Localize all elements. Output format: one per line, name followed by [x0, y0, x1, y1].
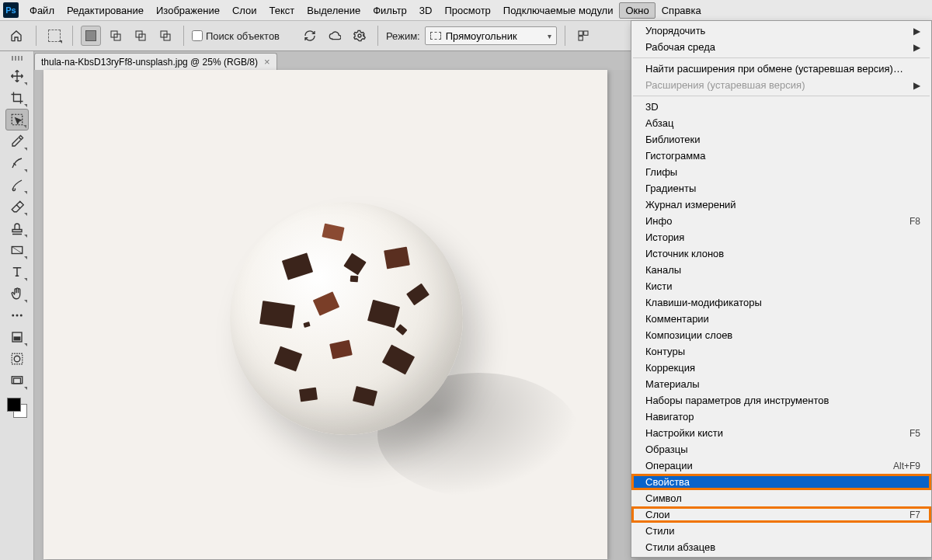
quickmask-tool[interactable]	[5, 348, 29, 370]
mode-value: Прямоугольник	[446, 30, 517, 42]
menu-item-образцы[interactable]: Образцы	[631, 441, 931, 457]
document-tab-title: thula-na-KbsD13ryFf8-unsplash.jpg @ 25% …	[41, 57, 258, 68]
menu-item-стили[interactable]: Стили	[631, 523, 931, 539]
menu-item-слои[interactable]: СлоиF7	[631, 506, 931, 523]
menu-текст[interactable]: Текст	[263, 2, 301, 19]
menu-редактирование[interactable]: Редактирование	[61, 2, 150, 19]
menu-item-label: Контуры	[645, 346, 920, 357]
menu-изображение[interactable]: Изображение	[150, 2, 226, 19]
gear-icon[interactable]	[350, 26, 370, 46]
menu-item-композиции-слоев[interactable]: Композиции слоев	[631, 327, 931, 343]
mode-new-icon[interactable]	[81, 26, 101, 46]
healing-brush-tool[interactable]	[5, 152, 29, 174]
menu-item-источник-клонов[interactable]: Источник клонов	[631, 245, 931, 262]
select-subject-icon[interactable]	[573, 26, 593, 46]
svg-rect-16	[14, 337, 20, 340]
gradient-tool[interactable]	[5, 239, 29, 261]
menu-item-библиотеки[interactable]: Библиотеки	[631, 131, 931, 148]
menu-item-история[interactable]: История	[631, 229, 931, 245]
menu-item-наборы-параметров-для-инструментов[interactable]: Наборы параметров для инструментов	[631, 392, 931, 409]
svg-point-14	[19, 315, 22, 317]
menu-item-label: Операции	[645, 460, 893, 471]
canvas[interactable]	[43, 70, 607, 559]
menu-item-рабочая-среда[interactable]: Рабочая среда▶	[631, 39, 931, 55]
tool-palette	[0, 51, 34, 560]
stamp-tool[interactable]	[5, 217, 29, 239]
more-tools[interactable]	[5, 304, 29, 326]
foreground-color[interactable]	[7, 398, 21, 412]
menu-item-свойства[interactable]: Свойства	[631, 474, 931, 490]
menu-item-контуры[interactable]: Контуры	[631, 343, 931, 360]
mode-add-icon[interactable]	[106, 26, 126, 46]
menu-item-глифы[interactable]: Глифы	[631, 164, 931, 180]
object-search-check[interactable]	[192, 30, 203, 41]
menu-справка[interactable]: Справка	[656, 2, 708, 19]
menu-item-комментарии[interactable]: Комментарии	[631, 311, 931, 327]
menu-item-кисти[interactable]: Кисти	[631, 278, 931, 294]
menu-item-символ[interactable]: Символ	[631, 490, 931, 506]
edit-toolbar[interactable]	[5, 326, 29, 348]
document-tab[interactable]: thula-na-KbsD13ryFf8-unsplash.jpg @ 25% …	[34, 53, 277, 70]
menu-item-label: Журнал измерений	[645, 199, 920, 210]
rectangle-icon	[430, 32, 441, 40]
menu-item-материалы[interactable]: Материалы	[631, 376, 931, 392]
object-search-checkbox[interactable]: Поиск объектов	[192, 30, 280, 42]
menubar: Ps ФайлРедактированиеИзображениеСлоиТекс…	[0, 0, 932, 20]
close-icon[interactable]: ×	[264, 56, 270, 68]
brush-tool[interactable]	[5, 174, 29, 196]
menu-item-label: Рабочая среда	[645, 41, 913, 53]
screenmode-tool[interactable]	[5, 370, 29, 391]
menu-item-настройки-кисти[interactable]: Настройки кистиF5	[631, 425, 931, 441]
menu-item-градиенты[interactable]: Градиенты	[631, 180, 931, 197]
menu-item-shortcut: F8	[909, 216, 920, 227]
menu-item-label: Глифы	[645, 166, 920, 178]
menu-item-label: Комментарии	[645, 313, 920, 325]
menu-item-shortcut: Alt+F9	[893, 461, 920, 471]
menu-файл[interactable]: Файл	[23, 2, 61, 19]
menu-выделение[interactable]: Выделение	[301, 2, 367, 19]
hand-tool[interactable]	[5, 283, 29, 304]
menu-item-найти-расширения-при-обмене-(устаревшая-версия)…[interactable]: Найти расширения при обмене (устаревшая …	[631, 61, 931, 77]
menu-item-абзац[interactable]: Абзац	[631, 115, 931, 131]
menu-item-журнал-измерений[interactable]: Журнал измерений	[631, 197, 931, 213]
svg-point-6	[358, 34, 361, 37]
tool-preset-icon[interactable]	[44, 26, 64, 46]
mode-intersect-icon[interactable]	[155, 26, 176, 46]
mode-subtract-icon[interactable]	[130, 26, 151, 46]
menu-item-label: Наборы параметров для инструментов	[645, 395, 920, 406]
menu-item-гистограмма[interactable]: Гистограмма	[631, 148, 931, 164]
menu-item-label: Абзац	[645, 117, 920, 129]
type-tool[interactable]	[5, 261, 29, 283]
mode-select[interactable]: Прямоугольник ▾	[425, 26, 557, 45]
home-icon[interactable]	[5, 25, 28, 47]
menu-3d[interactable]: 3D	[413, 2, 439, 19]
menu-item-навигатор[interactable]: Навигатор	[631, 409, 931, 425]
refresh-icon[interactable]	[300, 26, 320, 46]
foreground-background-swatch[interactable]	[5, 396, 29, 419]
menu-подключаемые модули[interactable]: Подключаемые модули	[497, 2, 620, 19]
menu-item-label: Найти расширения при обмене (устаревшая …	[645, 63, 920, 75]
cloud-icon[interactable]	[325, 26, 345, 46]
svg-point-12	[12, 315, 14, 317]
menu-просмотр[interactable]: Просмотр	[438, 2, 496, 19]
menu-item-инфо[interactable]: ИнфоF8	[631, 213, 931, 229]
menu-item-label: Градиенты	[645, 183, 920, 194]
menu-фильтр[interactable]: Фильтр	[367, 2, 413, 19]
menu-item-label: Клавиши-модификаторы	[645, 297, 920, 308]
menu-слои[interactable]: Слои	[226, 2, 263, 19]
eyedropper-tool[interactable]	[5, 130, 29, 152]
toolbar-grip[interactable]	[8, 56, 26, 61]
menu-item-коррекция[interactable]: Коррекция	[631, 360, 931, 376]
object-select-tool[interactable]	[5, 109, 29, 130]
menu-item-3d[interactable]: 3D	[631, 99, 931, 115]
eraser-tool[interactable]	[5, 196, 29, 217]
menu-окно[interactable]: Окно	[619, 2, 655, 19]
menu-item-клавиши-модификаторы[interactable]: Клавиши-модификаторы	[631, 294, 931, 311]
menu-item-упорядочить[interactable]: Упорядочить▶	[631, 23, 931, 39]
menu-item-стили-абзацев[interactable]: Стили абзацев	[631, 539, 931, 555]
menu-item-каналы[interactable]: Каналы	[631, 262, 931, 278]
menu-item-операции[interactable]: ОперацииAlt+F9	[631, 457, 931, 474]
crop-tool[interactable]	[5, 87, 29, 109]
move-tool[interactable]	[5, 65, 29, 87]
svg-point-18	[14, 356, 20, 362]
